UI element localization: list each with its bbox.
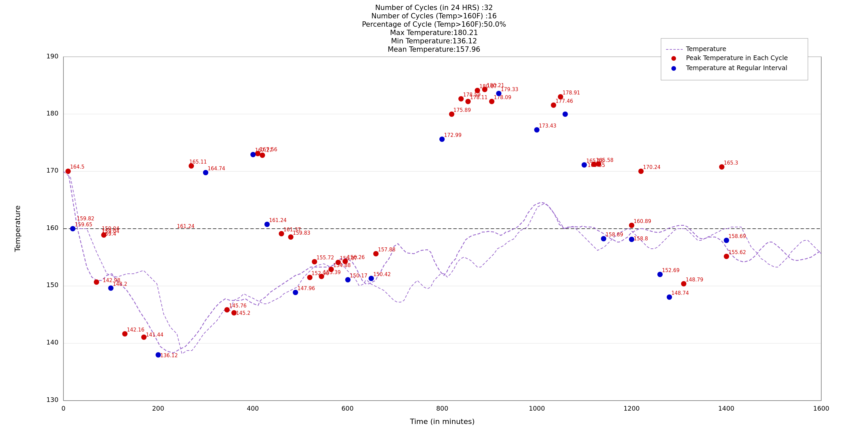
peak-label: 155.72 (316, 255, 334, 261)
interval-label: 158.69 (728, 234, 746, 239)
peak-label: 156.26 (347, 254, 365, 260)
interval-label: 150.42 (373, 271, 391, 277)
svg-text:0: 0 (61, 405, 65, 412)
peak-label: 142.16 (127, 327, 145, 333)
peak-dot (94, 279, 99, 285)
title-line-4: Max Temperature:180.21 (390, 29, 478, 37)
svg-text:1200: 1200 (624, 405, 640, 412)
title-line-6: Mean Temperature:157.96 (388, 45, 480, 54)
legend-dot-interval (671, 66, 676, 71)
interval-label: 150.17 (350, 273, 368, 279)
legend-label-temp: Temperature (686, 45, 726, 53)
peak-label: 161.24 (177, 223, 195, 229)
legend-label-interval: Temperature at Regular Interval (686, 64, 787, 71)
svg-text:1400: 1400 (718, 405, 734, 412)
peak-label: 159.4 (102, 231, 116, 237)
title-line-3: Percentage of Cycle (Temp>160F):50.0% (362, 20, 506, 28)
svg-text:800: 800 (436, 405, 448, 412)
peak-label: 148.79 (686, 277, 704, 283)
interval-label: 179.33 (501, 87, 519, 92)
interval-label: 173.43 (539, 123, 557, 129)
peak-label: 178.11 (470, 94, 488, 100)
peak-label: 157.88 (378, 247, 396, 253)
peak-label: 159.83 (293, 230, 310, 236)
title-line-5: Min Temperature:136.12 (391, 37, 477, 45)
svg-text:1600: 1600 (813, 405, 829, 412)
svg-text:400: 400 (247, 405, 259, 412)
interval-label: 172.99 (444, 132, 462, 138)
chart-container: Number of Cycles (in 24 HRS) :32 Number … (0, 0, 868, 434)
svg-text:140: 140 (46, 339, 58, 346)
interval-label: 158.8 (633, 236, 648, 242)
peak-label: 155.62 (728, 249, 746, 255)
peak-label: 177.46 (556, 98, 573, 104)
interval-label: 167.27 (255, 147, 273, 153)
interval-dot (562, 112, 568, 117)
interval-label: 147.96 (298, 285, 315, 291)
peak-label: 164.5 (70, 164, 85, 170)
svg-text:190: 190 (46, 53, 58, 60)
interval-label: 148.74 (671, 290, 689, 296)
svg-text:180: 180 (46, 110, 58, 117)
svg-text:600: 600 (342, 405, 353, 412)
legend-dot-peak (671, 56, 676, 61)
peak-label: 170.24 (643, 164, 661, 170)
peak-label: 145.2 (236, 310, 250, 316)
peak-label: 178.91 (562, 90, 580, 96)
svg-text:170: 170 (46, 166, 58, 174)
svg-text:130: 130 (46, 396, 58, 403)
peak-label: 141.44 (146, 332, 163, 338)
interval-label: 158.89 (606, 232, 623, 238)
peak-label: 142.98 (103, 277, 121, 283)
peak-dot (260, 153, 265, 158)
interval-label: 136.12 (160, 352, 178, 359)
title-line-1: Number of Cycles (in 24 HRS) :32 (375, 4, 493, 12)
x-axis-ticks: 0 200 400 600 800 1000 1200 1400 1600 (61, 405, 829, 412)
peak-label: 165.11 (189, 159, 207, 165)
temperature-chart: Number of Cycles (in 24 HRS) :32 Number … (0, 0, 868, 434)
y-axis-label: Temperature (13, 205, 22, 252)
legend-label-peak: Peak Temperature in Each Cycle (686, 54, 788, 61)
x-axis-label: Time (in minutes) (410, 417, 475, 426)
interval-label: 152.69 (662, 268, 680, 273)
interval-label: 159.65 (75, 222, 92, 228)
peak-label: 165.3 (724, 160, 738, 166)
svg-text:160: 160 (46, 224, 58, 231)
peak-label: 178.09 (494, 94, 512, 100)
interval-label: 164.74 (208, 165, 225, 172)
title-line-2: Number of Cycles (Temp>160F) :16 (371, 12, 497, 20)
peak-label: 145.76 (229, 303, 247, 309)
interval-label: 161.24 (269, 217, 287, 223)
peak-label: 160.89 (633, 218, 651, 224)
interval-label: 165.55 (588, 162, 605, 168)
svg-text:1000: 1000 (529, 405, 545, 412)
peak-label: 175.89 (453, 107, 471, 113)
peak-label: 159.82 (77, 216, 94, 222)
svg-text:200: 200 (152, 405, 164, 412)
svg-text:150: 150 (46, 281, 58, 288)
